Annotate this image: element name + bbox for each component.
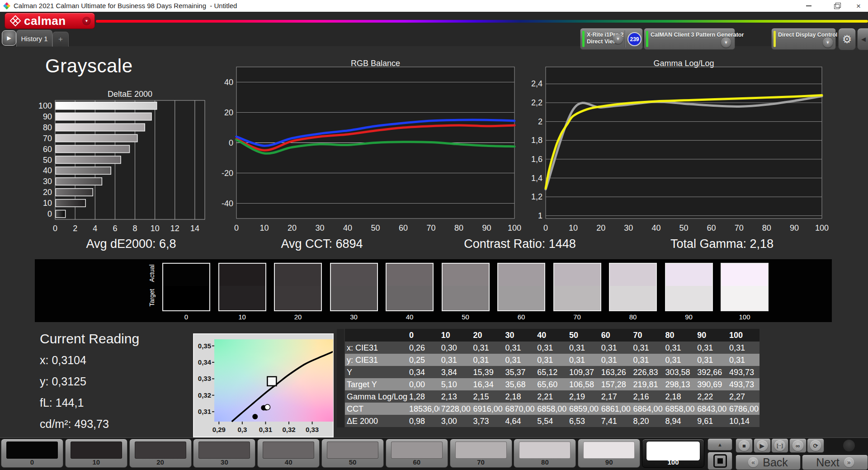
add-tab-button[interactable]: + — [52, 32, 69, 47]
table-cell: 0,31 — [503, 342, 535, 354]
swatch-target — [387, 286, 433, 310]
pattern-patch-button-0[interactable]: 0 — [1, 439, 63, 468]
pattern-panel-up-button[interactable]: ▲ — [708, 438, 732, 451]
swatch-target — [666, 286, 712, 310]
svg-text:0,33: 0,33 — [306, 426, 319, 433]
refresh-button[interactable]: ⟳ — [807, 438, 824, 453]
pattern-patch-swatch — [519, 442, 571, 459]
swatch-50 — [442, 263, 490, 311]
table-cell: 0,31 — [632, 354, 664, 366]
pattern-patch-button-40[interactable]: 40 — [257, 439, 320, 468]
svg-text:20: 20 — [224, 108, 233, 117]
table-cell: 0,26 — [407, 342, 439, 354]
swatch-level-label: 100 — [721, 313, 769, 321]
pattern-patch-button-80[interactable]: 80 — [514, 439, 576, 468]
deltae-bar — [56, 167, 111, 174]
swatch-80 — [609, 263, 657, 311]
stat-contrast-ratio: Contrast Ratio: 1448 — [464, 237, 576, 251]
close-button[interactable]: × — [849, 0, 868, 12]
table-column-header: 10 — [439, 329, 472, 342]
table-column-header: 40 — [535, 329, 567, 342]
pattern-bar: ▲ ■▶[··]∞⟳ « Back Next » 010203040506070… — [0, 437, 868, 470]
chevron-down-icon[interactable]: ▼ — [721, 38, 731, 47]
current-reading-point — [265, 404, 270, 410]
table-cell: 3,00 — [439, 415, 472, 427]
table-cell: 6864,00 — [632, 403, 664, 415]
pattern-window-button[interactable] — [708, 452, 732, 470]
table-cell: 0,25 — [407, 354, 439, 366]
pattern-patch-button-30[interactable]: 30 — [193, 439, 255, 468]
svg-text:0,33: 0,33 — [198, 375, 211, 382]
table-cell: 390,69 — [695, 378, 727, 390]
meter-selector[interactable]: X-Rite i1Pro 2 Direct View ▼ 239 — [580, 28, 643, 50]
stop-button[interactable]: ■ — [736, 438, 753, 453]
table-cell: 2,17 — [599, 390, 632, 403]
continuous-button[interactable]: ∞ — [789, 438, 807, 453]
chevron-down-icon[interactable]: ▼ — [823, 38, 833, 47]
deltae-bar — [56, 178, 102, 185]
table-cell: 5,10 — [439, 378, 472, 390]
table-cell: 10,14 — [727, 415, 760, 427]
chevron-down-icon[interactable]: ▼ — [613, 34, 623, 44]
swatch-90 — [665, 263, 713, 311]
swatch-target — [722, 286, 768, 310]
pattern-patch-swatch — [6, 442, 58, 459]
pattern-patch-button-70[interactable]: 70 — [450, 439, 512, 468]
page-title: Grayscale — [45, 55, 133, 77]
pattern-patch-label: 0 — [1, 458, 63, 466]
series-button[interactable]: [··] — [771, 438, 788, 453]
minimize-button[interactable] — [799, 0, 818, 12]
pattern-patch-button-50[interactable]: 50 — [321, 439, 384, 468]
next-button[interactable]: Next » — [802, 455, 868, 470]
gamma-chart-title: Gamma Log/Log — [546, 59, 822, 68]
svg-text:10: 10 — [43, 199, 52, 208]
svg-text:0: 0 — [234, 223, 239, 233]
play-button[interactable]: ▶ — [754, 438, 771, 453]
settings-button[interactable]: ⚙ — [838, 28, 856, 50]
rgb-box-svg: 40200-20-400102030405060708090100 — [190, 58, 524, 239]
pattern-patch-button-90[interactable]: 90 — [578, 439, 640, 468]
refresh-icon: ⟳ — [810, 440, 821, 451]
stat-avg-de2000: Avg dE2000: 6,8 — [86, 237, 176, 251]
restore-button[interactable] — [827, 0, 846, 12]
deltae-bar — [56, 145, 130, 152]
gear-icon: ⚙ — [842, 33, 852, 46]
table-cell: 5,54 — [535, 415, 567, 427]
table-column-header: 80 — [663, 329, 695, 342]
table-cell: 15,39 — [472, 366, 504, 378]
table-column-header: 70 — [632, 329, 664, 342]
collapse-panel-button[interactable]: ◀ — [857, 28, 868, 50]
table-cell: 303,58 — [663, 366, 695, 378]
swatch-60 — [497, 263, 545, 311]
display-control-selector[interactable]: Direct Display Control ▼ — [771, 28, 836, 50]
swatch-actual — [666, 264, 712, 286]
deltae-bar — [56, 102, 157, 109]
pattern-patch-swatch — [455, 442, 507, 459]
table-cell: 2,16 — [632, 390, 664, 403]
table-cell: 0,31 — [727, 342, 760, 354]
table-row: x: CIE310,260,300,310,310,310,310,310,31… — [345, 342, 760, 354]
svg-text:8: 8 — [133, 224, 137, 233]
pattern-patch-button-10[interactable]: 10 — [65, 439, 127, 468]
table-cell: 2,27 — [727, 390, 760, 403]
back-button[interactable]: « Back — [736, 455, 801, 470]
table-cell: 9,61 — [695, 415, 727, 427]
svg-text:2,2: 2,2 — [531, 98, 542, 107]
meter-count-badge: 239 — [627, 32, 642, 46]
pattern-patch-button-20[interactable]: 20 — [129, 439, 192, 468]
tab-history-1[interactable]: History 1 — [16, 30, 52, 47]
pattern-generator-selector[interactable]: CalMAN Client 3 Pattern Generator ▼ — [644, 28, 735, 50]
table-cell: 6861,00 — [599, 403, 632, 415]
swatch-level-label: 70 — [553, 313, 601, 321]
pattern-patch-button-60[interactable]: 60 — [386, 439, 448, 468]
chevron-down-icon[interactable]: ▼ — [82, 17, 91, 25]
table-cell: 0,00 — [407, 378, 439, 390]
workflow-nav-button[interactable]: ▶ — [2, 30, 16, 46]
svg-text:4: 4 — [93, 224, 97, 233]
calman-app-window: Calman 2021 Calman Ultimate for Business… — [0, 0, 868, 470]
pattern-patch-button-100[interactable]: 100 — [642, 439, 704, 468]
table-cell: 0,34 — [407, 366, 439, 378]
calman-menu-button[interactable]: calman ▼ — [5, 13, 95, 29]
daylight-locus-curve — [232, 351, 333, 422]
pattern-generator-status-bar — [646, 31, 648, 47]
